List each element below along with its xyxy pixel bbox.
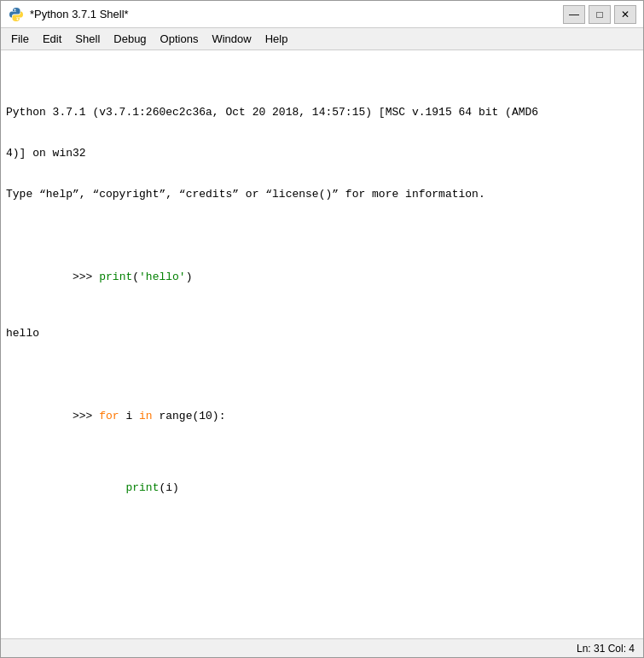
title-bar-left: *Python 3.7.1 Shell* (8, 6, 129, 23)
blank2 (6, 604, 638, 620)
prompt1: >>> (73, 271, 99, 283)
line-print-indent: print(i) (6, 465, 638, 512)
line-type-info: Type “help”, “copyright”, “credits” or “… (6, 187, 638, 202)
line-hello-output: hello (6, 326, 638, 341)
shell-area: Python 3.7.1 (v3.7.1:260ec2c36a, Oct 20 … (1, 50, 643, 638)
minimize-button[interactable]: — (563, 5, 585, 24)
menu-file[interactable]: File (4, 31, 36, 47)
menu-help[interactable]: Help (258, 31, 295, 47)
title-bar-controls: — □ ✕ (563, 5, 636, 24)
menu-shell[interactable]: Shell (68, 31, 107, 47)
title-bar: *Python 3.7.1 Shell* — □ ✕ (1, 1, 643, 28)
window-title: *Python 3.7.1 Shell* (30, 8, 129, 20)
shell-content[interactable]: Python 3.7.1 (v3.7.1:260ec2c36a, Oct 20 … (1, 50, 643, 638)
maximize-button[interactable]: □ (589, 5, 611, 24)
main-window: *Python 3.7.1 Shell* — □ ✕ File Edit She… (0, 0, 644, 658)
menu-debug[interactable]: Debug (107, 31, 153, 47)
line-for-loop: >>> for i in range(10): (6, 393, 638, 440)
menu-window[interactable]: Window (205, 31, 258, 47)
line-version1: Python 3.7.1 (v3.7.1:260ec2c36a, Oct 20 … (6, 105, 638, 120)
menu-bar: File Edit Shell Debug Options Window Hel… (1, 28, 643, 50)
status-bar: Ln: 31 Col: 4 (1, 638, 643, 657)
line-print-hello: >>> print('hello') (6, 254, 638, 301)
blank1 (6, 562, 638, 578)
line-version2: 4)] on win32 (6, 146, 638, 161)
python-icon (8, 6, 25, 23)
cursor-position: Ln: 31 Col: 4 (577, 643, 635, 655)
menu-edit[interactable]: Edit (36, 31, 68, 47)
menu-options[interactable]: Options (154, 31, 206, 47)
shell-output: Python 3.7.1 (v3.7.1:260ec2c36a, Oct 20 … (1, 50, 643, 638)
close-button[interactable]: ✕ (614, 5, 636, 24)
